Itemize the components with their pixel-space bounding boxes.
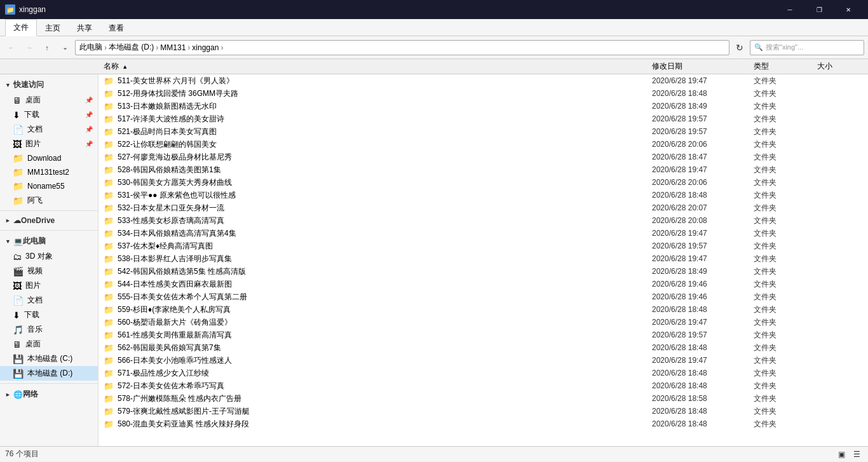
table-row[interactable]: 📁527-何廖竟海边极品身材比基尼秀2020/6/28 18:47文件夹 xyxy=(98,151,868,163)
table-row[interactable]: 📁566-日本美女小池唯乖巧性感迷人2020/6/28 19:47文件夹 xyxy=(98,354,868,367)
back-button[interactable]: ← xyxy=(4,40,19,55)
sidebar-item-desktop-quick[interactable]: 🖥 桌面 📌 xyxy=(0,93,98,107)
file-date: 2020/6/28 18:48 xyxy=(652,419,754,428)
table-row[interactable]: 📁533-性感美女杉原杏璃高清写真2020/6/28 20:08文件夹 xyxy=(98,214,868,227)
address-path[interactable]: 此电脑 › 本地磁盘 (D:) › MM131 › xinggan › xyxy=(75,40,729,55)
table-row[interactable]: 📁561-性感美女周伟重最新高清写真2020/6/28 19:57文件夹 xyxy=(98,329,868,341)
table-row[interactable]: 📁572-日本美女佐佐木希乖巧写真2020/6/28 18:48文件夹 xyxy=(98,379,868,392)
list-view-button[interactable]: ☰ xyxy=(850,448,863,461)
docs-label-2: 文档 xyxy=(27,295,43,306)
file-type: 文件夹 xyxy=(754,190,817,201)
drive-d-icon: 💾 xyxy=(13,369,24,379)
table-row[interactable]: 📁560-杨槊语最新大片《砖角温爱》2020/6/28 19:47文件夹 xyxy=(98,316,868,329)
file-name: 560-杨槊语最新大片《砖角温爱》 xyxy=(118,317,652,328)
table-row[interactable]: 📁530-韩国美女方愿英大秀身材曲线2020/6/28 20:06文件夹 xyxy=(98,176,868,189)
file-type: 文件夹 xyxy=(754,88,817,99)
folder-icon: 📁 xyxy=(104,229,114,238)
table-row[interactable]: 📁522-让你联想翩翩的韩国美女2020/6/28 20:06文件夹 xyxy=(98,138,868,151)
grid-view-button[interactable]: ▣ xyxy=(835,448,848,461)
col-type-header[interactable]: 类型 xyxy=(754,61,817,72)
quick-access-label: 快速访问 xyxy=(13,79,44,90)
sidebar-item-pics-quick[interactable]: 🖼 图片 📌 xyxy=(0,137,98,151)
sidebar-item-music[interactable]: 🎵 音乐 xyxy=(0,322,98,337)
table-row[interactable]: 📁555-日本美女佐佐木希个人写真第二册2020/6/28 19:46文件夹 xyxy=(98,290,868,303)
folder-icon: 📁 xyxy=(104,292,114,302)
table-row[interactable]: 📁578-广州嫩模陈瓶朵 性感内衣广告册2020/6/28 18:58文件夹 xyxy=(98,392,868,405)
onedrive-section[interactable]: ► ☁ OneDrive xyxy=(0,214,98,228)
table-row[interactable]: 📁538-日本影界红人吉泽明步写真集2020/6/28 19:47文件夹 xyxy=(98,252,868,265)
table-row[interactable]: 📁511-美女世界杯 六月刊《男人装》2020/6/28 19:47文件夹 xyxy=(98,74,868,87)
table-row[interactable]: 📁579-张爽北戴性感斌影图片-王子写游艇2020/6/28 18:48文件夹 xyxy=(98,405,868,418)
col-size-header[interactable]: 大小 xyxy=(817,61,868,72)
onedrive-icon: ☁ xyxy=(13,216,21,225)
table-row[interactable]: 📁532-日本女星木口亚矢身材一流2020/6/28 20:07文件夹 xyxy=(98,201,868,214)
table-row[interactable]: 📁521-极品时尚日本美女写真图2020/6/28 19:57文件夹 xyxy=(98,125,868,138)
tab-home[interactable]: 主页 xyxy=(37,20,69,36)
table-row[interactable]: 📁559-杉田♦(李家绝美个人私房写真2020/6/28 18:48文件夹 xyxy=(98,303,868,316)
music-label: 音乐 xyxy=(27,324,43,335)
recent-locations-button[interactable]: ⌄ xyxy=(57,40,72,55)
sidebar-item-docs[interactable]: 📄 文档 xyxy=(0,293,98,308)
table-row[interactable]: 📁580-混血美女莉亚迪奚 性感火辣好身段2020/6/28 18:48文件夹 xyxy=(98,418,868,430)
sidebar-item-video[interactable]: 🎬 视频 xyxy=(0,264,98,278)
table-row[interactable]: 📁534-日本风俗娘精选高清写真第4集2020/6/28 19:47文件夹 xyxy=(98,227,868,240)
pics-icon-2: 🖼 xyxy=(13,281,22,291)
sidebar-item-download-quick[interactable]: ⬇ 下载 📌 xyxy=(0,107,98,122)
table-row[interactable]: 📁528-韩国风俗娘精选美图第1集2020/6/28 19:47文件夹 xyxy=(98,163,868,176)
file-date: 2020/6/28 20:06 xyxy=(652,140,754,149)
this-pc-section[interactable]: ▼ 💻 此电脑 xyxy=(0,233,98,249)
sidebar-item-desktop[interactable]: 🖥 桌面 xyxy=(0,337,98,351)
close-button[interactable]: ✕ xyxy=(834,0,863,19)
sidebar-item-mm131test2[interactable]: 📁 MM131test2 xyxy=(0,165,98,179)
tab-view[interactable]: 查看 xyxy=(100,20,132,36)
sidebar-item-drive-c[interactable]: 💾 本地磁盘 (C:) xyxy=(0,351,98,366)
sidebar-item-pics[interactable]: 🖼 图片 xyxy=(0,278,98,293)
folder-icon: 📁 xyxy=(104,419,114,429)
sidebar-item-downloads[interactable]: ⬇ 下载 xyxy=(0,308,98,322)
video-label: 视频 xyxy=(27,266,43,276)
table-row[interactable]: 📁544-日本性感美女西田麻衣最新图2020/6/28 19:46文件夹 xyxy=(98,278,868,290)
table-row[interactable]: 📁542-韩国风俗娘精选第5集 性感高清版2020/6/28 18:49文件夹 xyxy=(98,265,868,278)
maximize-button[interactable]: ❐ xyxy=(804,0,834,19)
network-section[interactable]: ► 🌐 网络 xyxy=(0,386,98,402)
folder-icon: 📁 xyxy=(104,330,114,340)
file-type: 文件夹 xyxy=(754,254,817,264)
col-name-header[interactable]: 名称 ▲ xyxy=(98,61,652,72)
file-date: 2020/6/28 18:48 xyxy=(652,407,754,416)
file-date: 2020/6/28 18:47 xyxy=(652,153,754,161)
table-row[interactable]: 📁531-侯平●● 原来紫色也可以很性感2020/6/28 18:48文件夹 xyxy=(98,189,868,201)
sidebar-item-docs-quick[interactable]: 📄 文档 📌 xyxy=(0,122,98,137)
table-row[interactable]: 📁512-用身体找回爱情 36GMM寻夫路2020/6/28 18:48文件夹 xyxy=(98,87,868,100)
downloads-icon: ⬇ xyxy=(13,310,20,320)
up-button[interactable]: ↑ xyxy=(39,40,55,55)
file-date: 2020/6/28 18:48 xyxy=(652,369,754,377)
table-row[interactable]: 📁562-韩国最美风俗娘写真第7集2020/6/28 18:48文件夹 xyxy=(98,341,868,354)
folder-icon: 📁 xyxy=(104,407,114,416)
afei-label: 阿飞 xyxy=(27,195,43,206)
file-type: 文件夹 xyxy=(754,152,817,163)
refresh-button[interactable]: ↻ xyxy=(732,40,747,55)
network-arrow: ► xyxy=(5,391,11,398)
file-type: 文件夹 xyxy=(754,126,817,137)
folder-icon: 📁 xyxy=(104,267,114,276)
minimize-button[interactable]: ─ xyxy=(775,0,804,19)
tab-share[interactable]: 共享 xyxy=(69,20,100,36)
quick-access-section[interactable]: ▼ 快速访问 xyxy=(0,77,98,93)
table-row[interactable]: 📁571-极品性感少女入江纱绫2020/6/28 18:48文件夹 xyxy=(98,367,868,379)
sidebar-item-afei[interactable]: 📁 阿飞 xyxy=(0,193,98,208)
sidebar-item-3d[interactable]: 🗂 3D 对象 xyxy=(0,249,98,264)
table-row[interactable]: 📁517-许泽美大波性感的美女甜诗2020/6/28 19:57文件夹 xyxy=(98,112,868,125)
tab-file[interactable]: 文件 xyxy=(5,19,37,36)
forward-button[interactable]: → xyxy=(22,40,37,55)
sidebar-divider-1 xyxy=(0,210,98,211)
file-type: 文件夹 xyxy=(754,406,817,417)
sidebar-item-noname55[interactable]: 📁 Noname55 xyxy=(0,179,98,193)
col-date-header[interactable]: 修改日期 xyxy=(652,61,754,72)
search-box[interactable]: 🔍 搜索"xing"... xyxy=(750,40,864,55)
table-row[interactable]: 📁537-佐木梨♦经典高清写真图2020/6/28 19:57文件夹 xyxy=(98,240,868,252)
status-count: 76 个项目 xyxy=(5,449,39,459)
sidebar-item-download-folder[interactable]: 📁 Download xyxy=(0,151,98,165)
table-row[interactable]: 📁513-日本嫩娘新图精选无水印2020/6/28 18:49文件夹 xyxy=(98,100,868,112)
file-date: 2020/6/28 20:07 xyxy=(652,203,754,212)
sidebar-item-drive-d[interactable]: 💾 本地磁盘 (D:) xyxy=(0,366,98,381)
